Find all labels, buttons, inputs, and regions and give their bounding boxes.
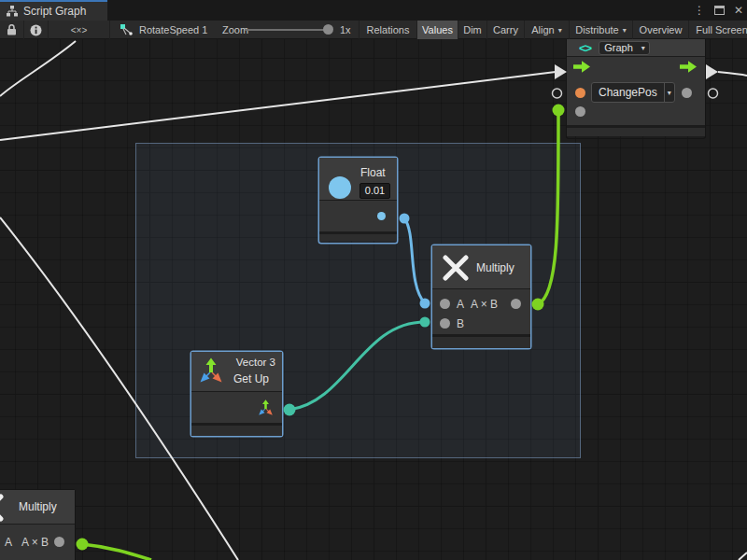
value-output-port[interactable] [682,88,692,98]
info-button[interactable] [24,21,49,39]
tab-script-graph[interactable]: Script Graph [0,0,107,21]
multiply-result-port[interactable] [511,299,521,309]
float-type-icon [329,176,351,199]
graph-event-node-header: <> Graph ▾ [567,39,705,57]
graph-event-node[interactable]: <> Graph ▾ ChangePos ▾ [567,39,705,138]
multiply-node-body: A A × B B [432,289,530,334]
wire-endpoint-multiply-b[interactable] [420,317,430,328]
multiply2-result-port[interactable] [54,537,64,547]
wire-endpoint-float-out[interactable] [400,214,410,224]
dim-button[interactable]: Dim [458,21,487,39]
fullscreen-button[interactable]: Full Screen [689,21,747,39]
vector3-output-port-icon[interactable] [257,399,275,417]
carry-button[interactable]: Carry [487,21,525,39]
float-node-footer [319,231,397,241]
graph-node-trigger-in-port[interactable] [555,64,567,79]
wire-white-corner[interactable] [739,553,747,560]
code-view-button[interactable]: <×> [49,21,110,39]
graph-event-node-body: ChangePos ▾ [567,57,705,125]
graph-hierarchy-icon [7,6,18,17]
float-node-body [319,201,397,231]
vector3-node-header: Vector 3 Get Up [191,352,282,392]
lock-icon [7,24,17,35]
vector3-getup-node[interactable]: Vector 3 Get Up [191,352,282,436]
float-node-header: Float 0.01 [319,158,397,201]
extra-input-port[interactable] [575,106,585,117]
multiply-a-label: A [457,298,464,311]
vector3-node-footer [191,423,282,436]
vector3-axes-icon [197,357,225,385]
window-menu-icon[interactable]: ⋮ [694,4,705,17]
values-button[interactable]: Values [417,21,458,39]
relations-button[interactable]: Relations [359,21,417,39]
chevron-down-icon: ▾ [638,42,649,54]
wire-white-into-graph-node[interactable] [0,72,556,140]
distribute-dropdown-button[interactable]: Distribute▾ [570,21,633,39]
float-node[interactable]: Float 0.01 [319,158,397,243]
wire-endpoint-multiply-out[interactable] [532,299,544,311]
info-icon [30,24,42,36]
zoom-slider-handle[interactable] [323,24,333,35]
zoom-level-label: 1x [340,21,351,39]
float-node-title: Float [360,166,386,179]
wire-white-out-of-graph-node[interactable] [718,72,747,76]
multiply-b-port[interactable] [440,318,450,329]
zoom-slider[interactable] [245,29,331,31]
wire-endpoint-changepos-in[interactable] [553,105,565,117]
float-value-input[interactable]: 0.01 [359,183,390,199]
vector3-node-subtitle: Get Up [233,372,269,385]
window-titlebar: Script Graph ⋮ ✕ [0,0,747,21]
chevron-down-icon: ▾ [623,26,627,35]
multiply-node-header: Multiply [432,245,530,289]
multiply2-result-label: A × B [21,536,49,549]
multiply-a-port[interactable] [440,299,450,309]
flow-out-arrow-icon[interactable] [680,61,697,73]
graph-asset-icon [120,23,134,36]
multiply2-node-title: Multiply [19,500,57,513]
multiply-node[interactable]: Multiply A A × B B [432,245,530,348]
changepos-dropdown[interactable]: ChangePos ▾ [591,82,675,103]
overview-button[interactable]: Overview [633,21,689,39]
align-dropdown-button[interactable]: Align▾ [525,21,570,39]
multiply-icon [0,494,4,522]
close-icon[interactable]: ✕ [734,4,743,17]
wire-white-1[interactable] [0,41,76,96]
vector3-node-body [191,392,282,423]
maximize-icon[interactable] [714,6,725,15]
chevron-down-icon: ▾ [558,26,562,35]
multiply-b-label: B [457,317,464,330]
multiply2-a-label: A [5,536,12,549]
lock-button[interactable] [0,21,24,39]
script-graph-icon: <> [579,41,591,55]
flow-in-arrow-icon[interactable] [573,61,590,73]
multiply-result-label: A × B [471,298,498,311]
graph-node-right-ring-port[interactable] [709,89,718,98]
changepos-input-port[interactable] [575,88,585,98]
script-graph-window: Script Graph ⋮ ✕ <×> [0,0,747,560]
current-graph-indicator[interactable]: RotateSpeed 1 [120,21,207,39]
graph-canvas[interactable]: <> Graph ▾ ChangePos ▾ [0,39,747,560]
graph-node-left-ring-port[interactable] [553,89,562,98]
tab-title: Script Graph [23,5,86,18]
multiply-node-partial[interactable]: Multiply A A × B [0,490,75,560]
graph-event-node-footer [567,125,705,136]
multiply-icon [443,255,469,281]
vector3-node-title: Vector 3 [236,357,275,368]
graph-name-label: RotateSpeed 1 [139,24,207,35]
chevron-down-icon: ▾ [664,83,674,102]
graph-dropdown[interactable]: Graph ▾ [599,41,650,55]
code-literal-icon: <×> [71,25,88,35]
graph-node-trigger-out-port[interactable] [706,64,718,79]
multiply-node-title: Multiply [476,261,514,274]
wire-endpoint-multiply2-out[interactable] [77,539,89,551]
multiply-node-footer [432,334,530,348]
wire-multiply2-out[interactable] [82,544,151,560]
graph-toolbar: <×> RotateSpeed 1 Zoom 1x Relations Valu… [0,21,747,39]
wire-endpoint-vector3-out[interactable] [284,404,296,416]
multiply2-node-header: Multiply [0,490,75,525]
multiply2-node-body: A A × B [0,525,75,560]
float-output-port[interactable] [377,212,386,220]
wire-endpoint-multiply-a[interactable] [420,299,430,309]
